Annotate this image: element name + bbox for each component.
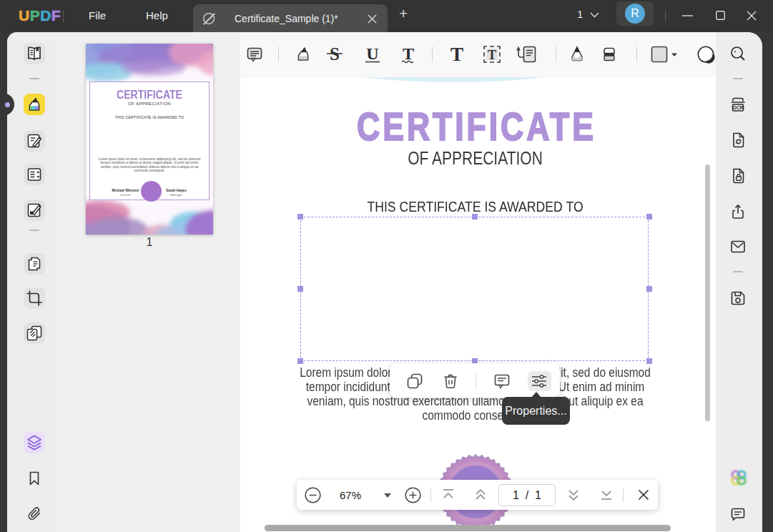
svg-text:T: T — [403, 44, 414, 63]
svg-text:OCR: OCR — [732, 105, 743, 110]
svg-text:U: U — [366, 44, 378, 63]
svg-text:T: T — [488, 48, 496, 62]
svg-text:T: T — [450, 44, 463, 64]
